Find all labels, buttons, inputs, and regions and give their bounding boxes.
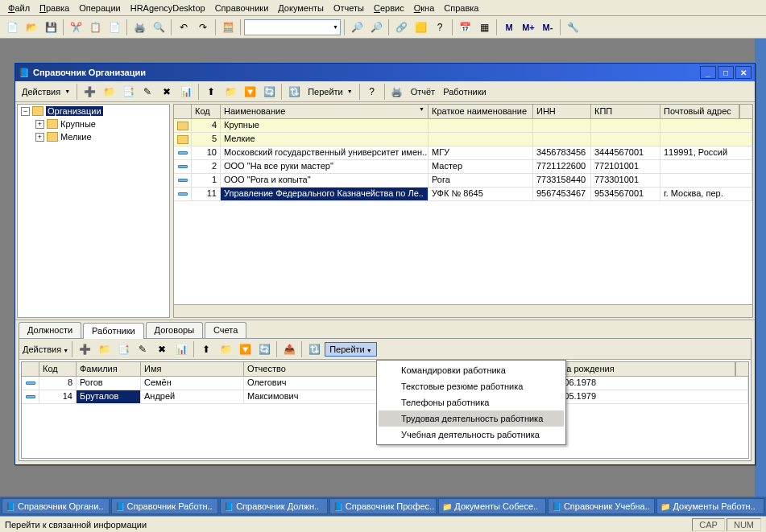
paste-icon[interactable]: 📄 [106, 19, 123, 36]
grid-icon[interactable]: ▦ [475, 19, 493, 36]
actions-dropdown[interactable]: Действия▼ [23, 344, 68, 354]
tab-workers[interactable]: Работники [83, 323, 143, 339]
task-docs-workers[interactable]: 📁Документы Работн.. [656, 498, 764, 514]
table-row[interactable]: 2ООО "На все руки мастер"Мастер772112260… [174, 160, 752, 174]
task-org[interactable]: 📘Справочник Органи.. [2, 498, 110, 514]
settings-icon[interactable]: 🔧 [564, 19, 582, 36]
memory-m-icon[interactable]: M [500, 19, 518, 36]
col-lastname[interactable]: Фамилия [77, 362, 141, 376]
print-icon[interactable]: 🖨️ [130, 19, 148, 36]
link-icon[interactable]: 🔗 [392, 19, 410, 36]
filter-off-icon[interactable]: 🔄 [260, 83, 278, 101]
add-group-icon[interactable]: 📁 [100, 83, 118, 101]
edit-icon[interactable]: ✎ [139, 83, 156, 101]
menu-windows[interactable]: Окна [409, 2, 440, 14]
goto-dropdown-workers[interactable]: Перейти▼ [325, 342, 377, 357]
help-window-icon[interactable]: ? [363, 83, 381, 101]
menu-item-phones[interactable]: Телефоны работника [379, 394, 564, 410]
undo-icon[interactable]: ↶ [175, 19, 193, 36]
table-row[interactable]: 11Управление Федерального Казначейства п… [174, 188, 752, 201]
tab-contracts[interactable]: Договоры [146, 322, 203, 338]
titlebar[interactable]: 📘 Справочник Организации _ □ ✕ [15, 64, 755, 81]
memory-mplus-icon[interactable]: M+ [520, 19, 537, 36]
refresh-icon[interactable]: 🔃 [305, 340, 323, 358]
menu-item-work-activity[interactable]: Трудовая деятельность работника [379, 410, 564, 427]
menu-hragency[interactable]: HRAgencyDesktop [126, 2, 210, 14]
copy-icon[interactable]: 📋 [86, 19, 104, 36]
find-next-icon[interactable]: 🔎 [367, 19, 385, 36]
collapse-icon[interactable]: − [21, 107, 30, 116]
col-kpp[interactable]: КПП [591, 105, 660, 118]
move-to-group-icon[interactable]: 📁 [222, 83, 239, 101]
task-positions[interactable]: 📘Справочник Должн.. [220, 498, 328, 514]
col-firstname[interactable]: Имя [141, 362, 244, 376]
refresh-icon[interactable]: 🔃 [285, 83, 303, 101]
add-copy-icon[interactable]: 📑 [119, 83, 137, 101]
minimize-button[interactable]: _ [700, 66, 716, 79]
task-interviews[interactable]: 📁Документы Собесе.. [438, 498, 546, 514]
add-icon[interactable]: ➕ [81, 83, 98, 101]
calendar-icon[interactable]: 📅 [456, 19, 474, 36]
filter-icon[interactable]: 🔽 [241, 83, 259, 101]
preview-icon[interactable]: 🔍 [150, 19, 168, 36]
task-professions[interactable]: 📘Справочник Профес.. [329, 498, 437, 514]
table-row[interactable]: 1ООО "Рога и копыта"Рога7733158440773301… [174, 174, 752, 188]
menu-edit[interactable]: Правка [35, 2, 74, 14]
output-icon[interactable]: 📤 [280, 340, 298, 358]
hierarchy-icon[interactable]: 📊 [172, 340, 190, 358]
menu-operations[interactable]: Операции [74, 2, 125, 14]
hierarchy-icon[interactable]: 📊 [177, 83, 195, 101]
open-icon[interactable]: 📂 [23, 19, 40, 36]
mark-delete-icon[interactable]: ✖ [158, 83, 176, 101]
save-icon[interactable]: 💾 [42, 19, 60, 36]
actions-dropdown[interactable]: Действия▼ [19, 85, 73, 98]
menu-reports[interactable]: Отчеты [329, 2, 369, 14]
h-scrollbar[interactable] [174, 304, 752, 317]
task-workers[interactable]: 📘Справочник Работн.. [111, 498, 219, 514]
expand-icon[interactable]: + [35, 133, 44, 142]
close-button[interactable]: ✕ [735, 66, 752, 79]
col-code[interactable]: Код [192, 105, 221, 118]
tree-item-large[interactable]: + Крупные [18, 118, 169, 130]
table-row[interactable]: 4Крупные [174, 119, 752, 133]
calc-icon[interactable]: 🧮 [219, 19, 237, 36]
find-icon[interactable]: 🔎 [348, 19, 366, 36]
workers-link[interactable]: Работники [440, 87, 489, 97]
cut-icon[interactable]: ✂️ [67, 19, 85, 36]
table-row[interactable]: 10Московский государственный университет… [174, 146, 752, 160]
task-study[interactable]: 📘Справочник Учебна.. [548, 498, 656, 514]
tree-root[interactable]: − Организации [18, 105, 169, 118]
add-icon[interactable]: ➕ [76, 340, 93, 358]
table-row[interactable]: 5Мелкие [174, 133, 752, 146]
expand-icon[interactable]: + [35, 120, 44, 129]
move-up-icon[interactable]: ⬆ [202, 83, 220, 101]
menu-item-study-activity[interactable]: Учебная деятельность работника [379, 427, 564, 443]
add-copy-icon[interactable]: 📑 [114, 340, 132, 358]
col-dob[interactable]: Дата рождения [549, 362, 735, 376]
menu-item-text-resumes[interactable]: Текстовые резюме работника [379, 378, 564, 394]
calc1c-icon[interactable]: 🟨 [412, 19, 429, 36]
new-doc-icon[interactable]: 📄 [3, 19, 21, 36]
tree-item-small[interactable]: + Мелкие [18, 130, 169, 143]
org-grid[interactable]: Код Наименование▼ Краткое наименование И… [173, 104, 753, 318]
menu-service[interactable]: Сервис [369, 2, 409, 14]
menu-file[interactable]: Файл [3, 2, 35, 14]
menu-item-trips[interactable]: Командировки работника [379, 362, 564, 378]
move-up-icon[interactable]: ⬆ [197, 340, 215, 358]
col-inn[interactable]: ИНН [533, 105, 591, 118]
report-link[interactable]: Отчёт [408, 87, 438, 97]
menu-documents[interactable]: Документы [273, 2, 329, 14]
goto-dropdown[interactable]: Перейти▼ [304, 85, 356, 98]
edit-icon[interactable]: ✎ [134, 340, 151, 358]
redo-icon[interactable]: ↷ [194, 19, 212, 36]
menu-help[interactable]: Справка [439, 2, 483, 14]
move-to-group-icon[interactable]: 📁 [217, 340, 234, 358]
help-btn-icon[interactable]: ? [431, 19, 449, 36]
menu-references[interactable]: Справочники [210, 2, 274, 14]
print-window-icon[interactable]: 🖨️ [388, 83, 406, 101]
col-short[interactable]: Краткое наименование [429, 105, 533, 118]
maximize-button[interactable]: □ [718, 66, 734, 79]
col-addr[interactable]: Почтовый адрес [660, 105, 739, 118]
tab-accounts[interactable]: Счета [205, 322, 246, 338]
period-combo[interactable]: ▼ [244, 19, 341, 35]
